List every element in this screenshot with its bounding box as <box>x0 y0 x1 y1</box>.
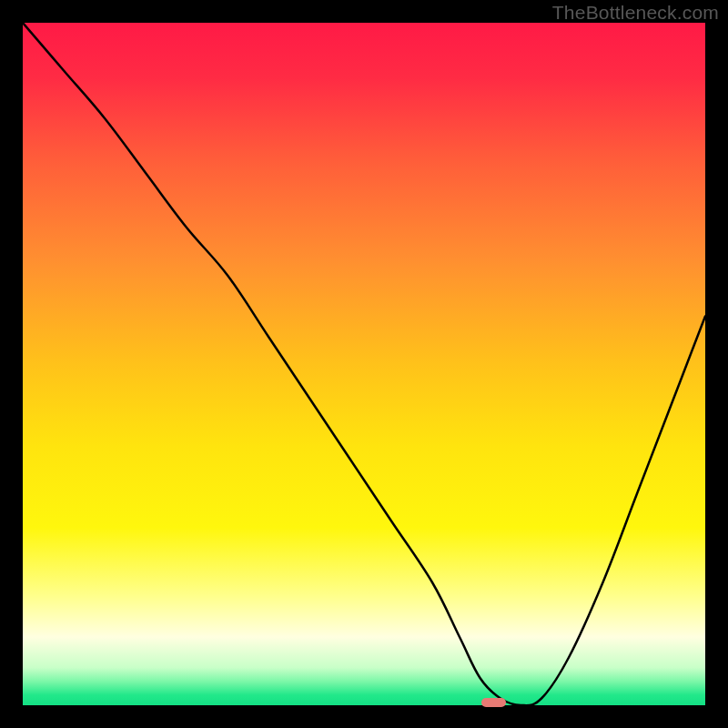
plot-area <box>23 23 705 705</box>
gradient-background <box>23 23 705 705</box>
minimum-marker <box>481 698 505 707</box>
watermark-text: TheBottleneck.com <box>552 2 719 24</box>
chart-container: TheBottleneck.com <box>0 0 728 728</box>
plot-svg <box>23 23 705 705</box>
